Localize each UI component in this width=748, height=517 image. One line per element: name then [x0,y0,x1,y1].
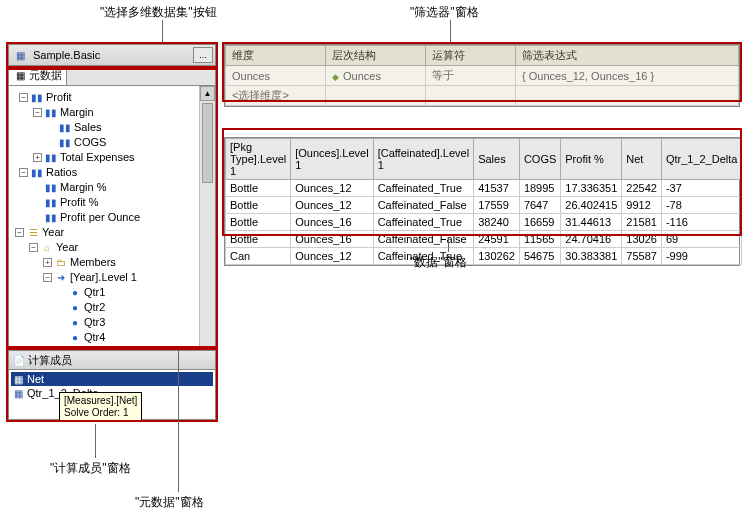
data-cell[interactable]: 16659 [519,214,560,231]
data-cell[interactable]: -78 [661,197,742,214]
tree-node-label[interactable]: Profit per Ounce [60,210,140,225]
select-dataset-button[interactable]: ... [193,47,213,63]
data-col-header[interactable]: Net [622,139,662,180]
tree-toggle[interactable]: − [15,228,24,237]
data-row[interactable]: BottleOunces_16Caffeinated_True382401665… [226,214,742,231]
tree-node-label[interactable]: COGS [74,135,106,150]
data-row[interactable]: BottleOunces_16Caffeinated_False24591115… [226,231,742,248]
data-cell[interactable]: 22542 [622,180,662,197]
filter-cell-operator[interactable]: 等于 [426,66,516,86]
data-cell[interactable]: 21581 [622,214,662,231]
data-row[interactable]: BottleOunces_12Caffeinated_True415371899… [226,180,742,197]
tree-toggle[interactable]: + [33,153,42,162]
tree-toggle[interactable]: − [19,168,28,177]
tree-node-label[interactable]: Profit [46,90,72,105]
tree-node-label[interactable]: Year [42,225,64,240]
tree-node-label[interactable]: Sales [74,120,102,135]
data-cell[interactable]: 130262 [474,248,520,265]
tree-toggle[interactable]: − [33,108,42,117]
data-cell[interactable]: Ounces_12 [291,197,373,214]
data-cell[interactable]: 26.402415 [561,197,622,214]
data-cell[interactable]: 9912 [622,197,662,214]
tree-toggle[interactable]: − [43,273,52,282]
tree-toggle[interactable]: − [19,93,28,102]
filter-pane[interactable]: 维度 层次结构 运算符 筛选表达式 Ounces ◆Ounces 等于 { Ou… [224,44,740,107]
filter-placeholder[interactable]: <选择维度> [226,86,326,106]
data-cell[interactable]: 18995 [519,180,560,197]
data-cell[interactable]: 41537 [474,180,520,197]
tree-toggle[interactable]: − [29,243,38,252]
data-cell[interactable]: 38240 [474,214,520,231]
data-col-header[interactable]: COGS [519,139,560,180]
data-cell[interactable]: Can [226,248,291,265]
data-cell[interactable]: 24.70416 [561,231,622,248]
data-cell[interactable]: 11565 [519,231,560,248]
data-col-header[interactable]: [Caffeinated].Level 1 [373,139,474,180]
data-col-header[interactable]: [Ounces].Level 1 [291,139,373,180]
data-cell[interactable]: 69 [661,231,742,248]
data-col-header[interactable]: Sales [474,139,520,180]
data-cell[interactable]: 17559 [474,197,520,214]
tree-node-label[interactable]: Members [70,255,116,270]
tree-node-label[interactable]: Margin [60,105,94,120]
data-col-header[interactable]: Qtr_1_2_Delta [661,139,742,180]
data-cell[interactable]: 75587 [622,248,662,265]
filter-row[interactable]: Ounces ◆Ounces 等于 { Ounces_12, Ounces_16… [226,66,739,86]
tree-node-label[interactable]: Qtr1 [84,285,105,300]
data-cell[interactable]: 24591 [474,231,520,248]
filter-cell-expression[interactable]: { Ounces_12, Ounces_16 } [516,66,739,86]
metadata-tree-pane[interactable]: −▮▮Profit −▮▮Margin ▮▮Sales ▮▮COGS +▮▮To… [8,86,216,364]
tree-node-label[interactable]: Profit % [60,195,99,210]
data-cell[interactable]: Bottle [226,197,291,214]
tree-node-label[interactable]: Qtr3 [84,315,105,330]
data-cell[interactable]: 17.336351 [561,180,622,197]
data-cell[interactable]: 31.44613 [561,214,622,231]
datasource-name: Sample.Basic [31,49,193,61]
filter-cell-dimension[interactable]: Ounces [226,66,326,86]
data-cell[interactable]: 54675 [519,248,560,265]
tree-node-label[interactable]: Qtr2 [84,300,105,315]
data-row[interactable]: CanOunces_12Caffeinated_True130262546753… [226,248,742,265]
data-cell[interactable]: 7647 [519,197,560,214]
tree-node-label[interactable]: Total Expenses [60,150,135,165]
data-cell[interactable]: 13026 [622,231,662,248]
data-cell[interactable]: -37 [661,180,742,197]
scroll-up-button[interactable]: ▲ [200,86,215,101]
tree-scrollbar[interactable]: ▲ ▼ [199,86,215,363]
data-cell[interactable]: Ounces_12 [291,248,373,265]
filter-col-expression[interactable]: 筛选表达式 [516,46,739,66]
data-row[interactable]: BottleOunces_12Caffeinated_False17559764… [226,197,742,214]
tree-node-label[interactable]: Year [56,240,78,255]
tree-toggle[interactable]: + [43,258,52,267]
filter-col-operator[interactable]: 运算符 [426,46,516,66]
scroll-thumb[interactable] [202,103,213,183]
filter-col-hierarchy[interactable]: 层次结构 [326,46,426,66]
filter-cell-hierarchy[interactable]: ◆Ounces [326,66,426,86]
data-cell[interactable]: Bottle [226,214,291,231]
data-cell[interactable]: 30.383381 [561,248,622,265]
filter-placeholder-row[interactable]: <选择维度> [226,86,739,106]
calc-member-item[interactable]: ▦ Net [11,372,213,386]
data-cell[interactable]: Bottle [226,231,291,248]
data-cell[interactable]: -999 [661,248,742,265]
data-cell[interactable]: -116 [661,214,742,231]
tree-node-label[interactable]: Ratios [46,165,77,180]
data-cell[interactable]: Caffeinated_False [373,231,474,248]
filter-col-dimension[interactable]: 维度 [226,46,326,66]
data-cell[interactable]: Ounces_16 [291,214,373,231]
tab-metadata[interactable]: ▦ 元数据 [9,66,67,85]
data-cell[interactable]: Ounces_12 [291,180,373,197]
data-col-header[interactable]: [Pkg Type].Level 1 [226,139,291,180]
data-col-header[interactable]: Profit % [561,139,622,180]
data-pane[interactable]: [Pkg Type].Level 1[Ounces].Level 1[Caffe… [224,137,740,266]
data-cell[interactable]: Bottle [226,180,291,197]
tree-node-label[interactable]: Qtr4 [84,330,105,345]
tree-node-label[interactable]: Margin % [60,180,106,195]
member-icon: ● [68,332,82,344]
tree-node-label[interactable]: [Year].Level 1 [70,270,137,285]
calc-member-body[interactable]: ▦ Net ▦ Qtr_1_2_Delta [Measures].[Net] S… [8,370,216,420]
data-cell[interactable]: Caffeinated_False [373,197,474,214]
data-cell[interactable]: Ounces_16 [291,231,373,248]
data-cell[interactable]: Caffeinated_True [373,214,474,231]
data-cell[interactable]: Caffeinated_True [373,180,474,197]
